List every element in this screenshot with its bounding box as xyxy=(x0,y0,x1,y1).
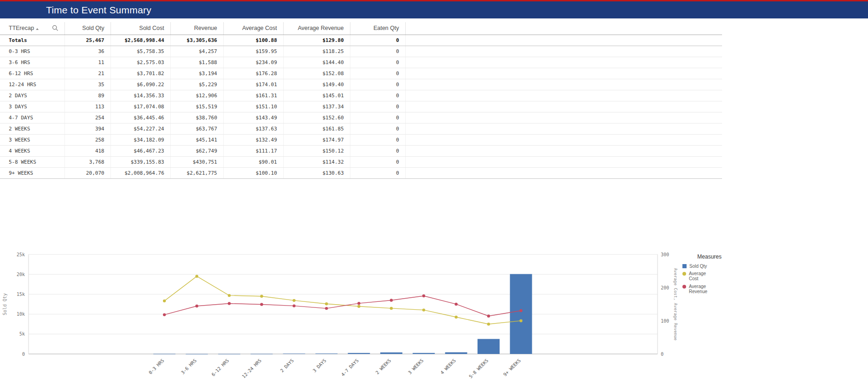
point-average-cost[interactable] xyxy=(228,294,231,297)
column-header-average-revenue[interactable]: Average Revenue xyxy=(283,22,350,35)
legend-item-sold-qty: Sold Qty xyxy=(682,264,722,269)
bar-sold-qty[interactable] xyxy=(218,354,240,354)
point-average-revenue[interactable] xyxy=(228,302,231,305)
bar-sold-qty[interactable] xyxy=(153,354,175,354)
point-average-cost[interactable] xyxy=(325,302,328,305)
column-header-revenue[interactable]: Revenue xyxy=(170,22,223,35)
point-average-revenue[interactable] xyxy=(357,302,360,305)
row-filler xyxy=(405,167,722,178)
point-average-cost[interactable] xyxy=(195,275,198,277)
table-row: 4-7 DAYS254$36,445.46$38,760$143.49$152.… xyxy=(0,112,722,123)
dimension-cell: Totals xyxy=(0,35,64,46)
bar-sold-qty[interactable] xyxy=(250,354,273,354)
measure-cell: $5,229 xyxy=(170,79,223,90)
measure-cell: 0 xyxy=(350,57,405,68)
column-header-tterecap[interactable]: TTErecap xyxy=(0,22,64,35)
bar-sold-qty[interactable] xyxy=(186,354,208,354)
x-axis-label: 3 DAYS xyxy=(312,358,327,373)
measure-cell: $12,906 xyxy=(170,90,223,101)
point-average-cost[interactable] xyxy=(487,323,490,325)
point-average-revenue[interactable] xyxy=(163,313,166,316)
point-average-cost[interactable] xyxy=(454,316,457,318)
point-average-cost[interactable] xyxy=(163,300,166,302)
left-axis-tick: 0 xyxy=(22,352,25,357)
point-average-cost[interactable] xyxy=(390,307,393,310)
column-header-eaten-qty[interactable]: Eaten Qty xyxy=(350,22,405,35)
measure-cell: $145.01 xyxy=(283,90,350,101)
measure-cell: $2,568,998.44 xyxy=(111,35,170,46)
dimension-cell[interactable]: 3 WEEKS xyxy=(0,134,64,145)
point-average-cost[interactable] xyxy=(357,305,360,307)
legend-title: Measures xyxy=(682,253,722,260)
point-average-cost[interactable] xyxy=(292,299,295,302)
search-icon[interactable] xyxy=(52,25,58,31)
measure-cell: $4,257 xyxy=(170,46,223,57)
point-average-cost[interactable] xyxy=(519,319,522,322)
point-average-revenue[interactable] xyxy=(519,309,522,312)
column-header-sold-qty[interactable]: Sold Qty xyxy=(64,22,111,35)
column-header-average-cost[interactable]: Average Cost xyxy=(223,22,283,35)
dimension-cell[interactable]: 3 DAYS xyxy=(0,101,64,112)
dimension-cell[interactable]: 3-6 HRS xyxy=(0,57,64,68)
measure-cell: $430,751 xyxy=(170,156,223,167)
table-row: 2 DAYS89$14,356.33$12,906$161.31$145.010 xyxy=(0,90,722,101)
measure-cell: $46,467.23 xyxy=(111,145,170,156)
measure-cell: 21 xyxy=(64,68,111,79)
bar-sold-qty[interactable] xyxy=(445,352,467,354)
point-average-cost[interactable] xyxy=(422,308,425,311)
dimension-cell[interactable]: 12-24 HRS xyxy=(0,79,64,90)
legend-item-average-revenue: Average Revenue xyxy=(682,284,722,294)
x-axis-label: 3-6 HRS xyxy=(180,358,198,376)
measure-cell: $45,141 xyxy=(170,134,223,145)
measure-cell: $137.34 xyxy=(283,101,350,112)
point-average-revenue[interactable] xyxy=(487,314,490,317)
bar-sold-qty[interactable] xyxy=(478,339,500,354)
measure-cell: $161.85 xyxy=(283,123,350,134)
dimension-cell[interactable]: 4 WEEKS xyxy=(0,145,64,156)
right-axis-tick: 100 xyxy=(661,318,669,324)
dimension-cell[interactable]: 2 WEEKS xyxy=(0,123,64,134)
measure-cell: $62,749 xyxy=(170,145,223,156)
column-header-sold-cost[interactable]: Sold Cost xyxy=(111,22,170,35)
measure-cell: 0 xyxy=(350,46,405,57)
point-average-revenue[interactable] xyxy=(422,295,425,297)
table-row: 3 WEEKS258$34,182.09$45,141$132.49$174.9… xyxy=(0,134,722,145)
point-average-revenue[interactable] xyxy=(292,304,295,307)
point-average-cost[interactable] xyxy=(260,295,263,298)
row-filler xyxy=(405,57,722,68)
dimension-cell[interactable]: 2 DAYS xyxy=(0,90,64,101)
measure-cell: 89 xyxy=(64,90,111,101)
x-axis-label: 6-12 HRS xyxy=(210,358,230,377)
measure-cell: $63,767 xyxy=(170,123,223,134)
x-axis-label: 12-24 HRS xyxy=(241,358,262,379)
point-average-revenue[interactable] xyxy=(260,303,263,306)
measure-cell: $3,194 xyxy=(170,68,223,79)
dimension-cell[interactable]: 6-12 HRS xyxy=(0,68,64,79)
bar-sold-qty[interactable] xyxy=(315,354,338,354)
dimension-cell[interactable]: 9+ WEEKS xyxy=(0,167,64,178)
point-average-revenue[interactable] xyxy=(454,303,457,306)
dimension-cell[interactable]: 4-7 DAYS xyxy=(0,112,64,123)
row-filler xyxy=(405,134,722,145)
point-average-revenue[interactable] xyxy=(325,307,328,310)
app-window: Time to Event Summary TTErecapSold QtySo… xyxy=(0,0,868,383)
dimension-cell[interactable]: 5-8 WEEKS xyxy=(0,156,64,167)
bar-sold-qty[interactable] xyxy=(510,274,532,354)
x-axis-label: 4-7 DAYS xyxy=(340,358,360,377)
data-table: TTErecapSold QtySold CostRevenueAverage … xyxy=(0,22,722,179)
measure-cell: $150.12 xyxy=(283,145,350,156)
dimension-cell[interactable]: 0-3 HRS xyxy=(0,46,64,57)
bar-sold-qty[interactable] xyxy=(380,353,402,354)
row-filler xyxy=(405,90,722,101)
point-average-revenue[interactable] xyxy=(390,299,393,301)
point-average-revenue[interactable] xyxy=(195,305,198,307)
bar-sold-qty[interactable] xyxy=(348,353,370,354)
measure-cell: $149.40 xyxy=(283,79,350,90)
measure-cell: $3,701.82 xyxy=(111,68,170,79)
measure-cell: $38,760 xyxy=(170,112,223,123)
bar-sold-qty[interactable] xyxy=(283,354,305,354)
measure-cell: $100.10 xyxy=(223,167,283,178)
measure-cell: 36 xyxy=(64,46,111,57)
measure-cell: 0 xyxy=(350,68,405,79)
bar-sold-qty[interactable] xyxy=(413,353,435,354)
